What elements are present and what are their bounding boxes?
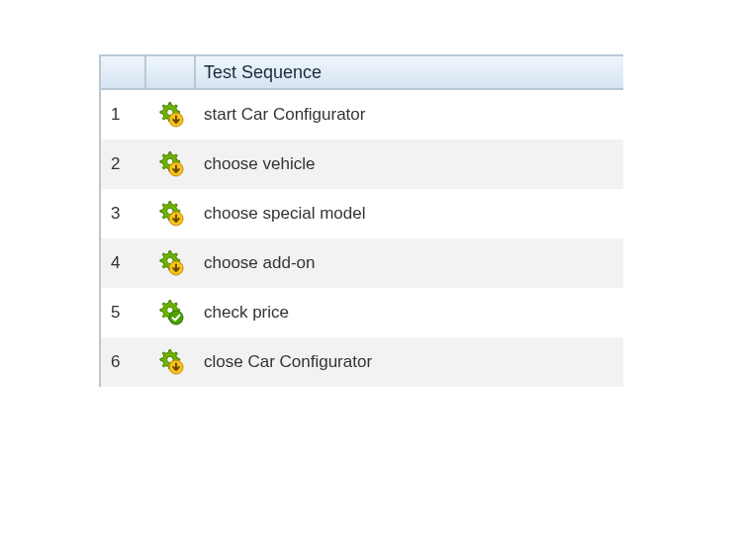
table-header: Test Sequence xyxy=(101,56,623,90)
gear-run-icon xyxy=(158,102,184,128)
gear-check-icon xyxy=(158,300,184,326)
step-icon-cell xyxy=(146,102,196,128)
step-icon-cell xyxy=(146,201,196,227)
gear-run-icon xyxy=(158,151,184,177)
row-index: 1 xyxy=(101,105,146,125)
test-sequence-table: Test Sequence 1 start Car Configurator 2… xyxy=(99,54,623,387)
step-label: close Car Configurator xyxy=(196,352,623,372)
gear-run-icon xyxy=(158,250,184,276)
step-label: check price xyxy=(196,303,623,323)
table-row[interactable]: 2 choose vehicle xyxy=(101,140,623,189)
row-index: 3 xyxy=(101,204,146,224)
row-index: 4 xyxy=(101,253,146,273)
step-label: choose add-on xyxy=(196,253,623,273)
row-index: 6 xyxy=(101,352,146,372)
step-icon-cell xyxy=(146,349,196,375)
row-index: 5 xyxy=(101,303,146,323)
row-index: 2 xyxy=(101,154,146,174)
column-header-icon[interactable] xyxy=(146,56,196,88)
gear-run-icon xyxy=(158,349,184,375)
table-row[interactable]: 6 close Car Configurator xyxy=(101,337,623,387)
step-icon-cell xyxy=(146,300,196,326)
column-header-name[interactable]: Test Sequence xyxy=(196,56,623,88)
step-label: choose special model xyxy=(196,204,623,224)
table-row[interactable]: 5 check price xyxy=(101,288,623,337)
table-row[interactable]: 3 choose special model xyxy=(101,189,623,238)
step-icon-cell xyxy=(146,250,196,276)
step-label: choose vehicle xyxy=(196,154,623,174)
step-icon-cell xyxy=(146,151,196,177)
table-row[interactable]: 4 choose add-on xyxy=(101,238,623,288)
step-label: start Car Configurator xyxy=(196,105,623,125)
table-row[interactable]: 1 start Car Configurator xyxy=(101,90,623,140)
column-header-index[interactable] xyxy=(101,56,146,88)
gear-run-icon xyxy=(158,201,184,227)
